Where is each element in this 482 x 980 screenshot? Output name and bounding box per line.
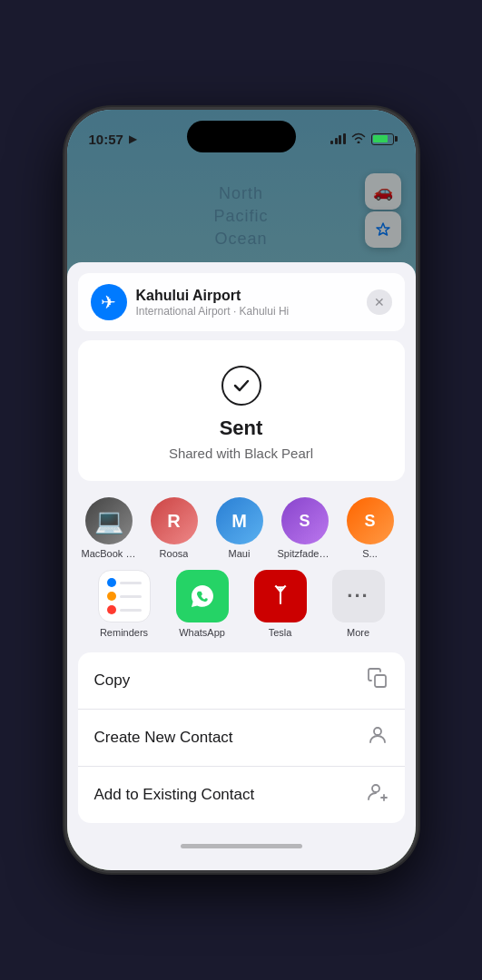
sent-title: Sent xyxy=(220,416,263,440)
svg-rect-0 xyxy=(375,675,386,687)
create-contact-action[interactable]: Create New Contact xyxy=(78,710,405,767)
reminders-label: Reminders xyxy=(100,627,148,638)
airport-icon: ✈ xyxy=(91,284,127,320)
share-label-maui: Maui xyxy=(229,548,251,559)
tesla-icon xyxy=(254,570,307,622)
app-item-tesla[interactable]: Tesla xyxy=(254,570,307,638)
home-bar xyxy=(181,844,302,848)
home-indicator xyxy=(67,830,416,861)
share-label-macbook: MacBook Pro xyxy=(82,548,136,559)
share-avatar-roosa: R xyxy=(151,497,198,544)
copy-icon xyxy=(367,667,389,694)
create-contact-icon xyxy=(367,724,389,751)
close-button[interactable]: ✕ xyxy=(367,289,392,315)
phone-frame: NorthPacificOcean 10:57 ▶ xyxy=(64,107,418,873)
app-item-whatsapp[interactable]: WhatsApp xyxy=(176,570,229,638)
add-contact-label: Add to Existing Contact xyxy=(94,786,255,804)
sent-check-icon xyxy=(221,366,261,406)
app-item-reminders[interactable]: Reminders xyxy=(98,570,151,638)
sent-card: Sent Shared with Black Pearl xyxy=(78,340,405,481)
battery-icon xyxy=(371,133,394,145)
location-subtitle: International Airport · Kahului Hi xyxy=(136,305,290,318)
share-label-roosa: Roosa xyxy=(160,548,189,559)
status-time: 10:57 ▶ xyxy=(89,132,136,147)
more-icon: ··· xyxy=(332,570,385,622)
share-item-s5[interactable]: S S... xyxy=(343,497,398,559)
share-item-maui[interactable]: M Maui xyxy=(212,497,267,559)
share-item-roosa[interactable]: R Roosa xyxy=(147,497,202,559)
bottom-sheet: ✈ Kahului Airport International Airport … xyxy=(67,262,416,870)
action-list: Copy Create New Contact xyxy=(78,652,405,823)
share-avatar-maui: M xyxy=(216,497,263,544)
share-label-spitzfaden: Spitzfaden B... xyxy=(278,548,332,559)
create-contact-label: Create New Contact xyxy=(94,729,233,747)
location-name: Kahului Airport xyxy=(136,288,290,304)
share-avatar-spitzfaden: S xyxy=(281,497,329,544)
status-icons xyxy=(330,132,394,146)
reminders-icon xyxy=(98,570,151,622)
add-contact-action[interactable]: Add to Existing Contact xyxy=(78,767,405,823)
add-contact-icon xyxy=(367,781,389,808)
signal-icon xyxy=(330,133,346,144)
share-avatar-macbook: 💻 xyxy=(85,497,133,544)
whatsapp-label: WhatsApp xyxy=(179,627,225,638)
app-row: Reminders WhatsApp xyxy=(67,563,416,645)
share-item-macbook[interactable]: 💻 MacBook Pro xyxy=(82,497,136,559)
svg-point-1 xyxy=(374,728,381,735)
more-label: More xyxy=(347,627,369,638)
dynamic-island xyxy=(187,121,296,152)
share-label-s5: S... xyxy=(362,548,378,559)
location-info: ✈ Kahului Airport International Airport … xyxy=(91,284,290,320)
share-avatar-s5: S xyxy=(347,497,394,544)
sent-subtitle: Shared with Black Pearl xyxy=(169,446,313,461)
whatsapp-icon xyxy=(176,570,229,622)
share-item-spitzfaden[interactable]: S Spitzfaden B... xyxy=(278,497,332,559)
tesla-label: Tesla xyxy=(269,627,292,638)
sharing-row: 💻 MacBook Pro R Roosa M Maui S Spitzfade… xyxy=(67,490,416,563)
app-item-more[interactable]: ··· More xyxy=(332,570,385,638)
svg-point-2 xyxy=(372,785,379,792)
location-text-group: Kahului Airport International Airport · … xyxy=(136,288,290,318)
location-card: ✈ Kahului Airport International Airport … xyxy=(78,273,405,331)
wifi-icon xyxy=(351,132,366,146)
copy-label: Copy xyxy=(94,671,131,690)
copy-action[interactable]: Copy xyxy=(78,652,405,710)
